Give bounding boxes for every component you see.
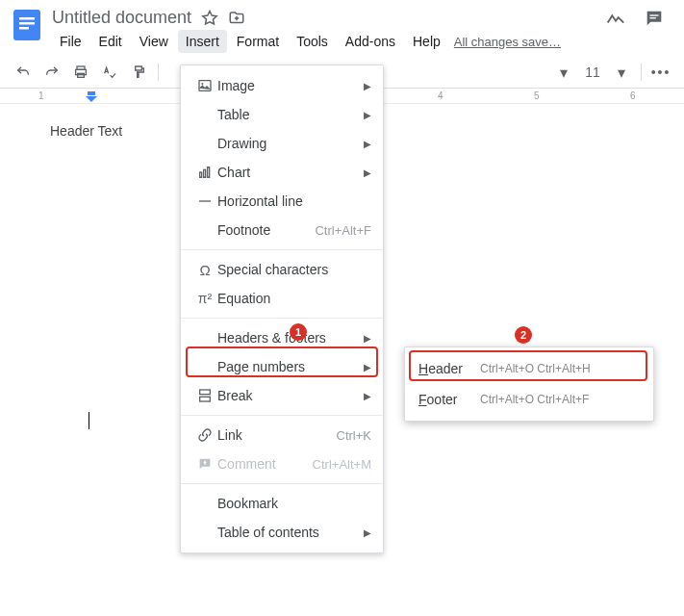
svg-rect-0 xyxy=(13,10,40,40)
svg-rect-1 xyxy=(19,17,35,20)
smi-shortcut: Ctrl+Alt+O Ctrl+Alt+F xyxy=(480,393,589,406)
mi-label: Image xyxy=(217,78,364,93)
menu-edit[interactable]: Edit xyxy=(91,30,130,53)
svg-point-11 xyxy=(201,83,203,85)
mi-toc[interactable]: Table of contents ▶ xyxy=(181,518,383,547)
smi-label: HHeadereader xyxy=(418,361,480,376)
mi-table[interactable]: Table ▶ xyxy=(181,100,383,129)
toolbar-sep xyxy=(641,64,642,81)
menu-separator xyxy=(181,415,383,416)
mi-page-numbers[interactable]: Page numbers ▶ xyxy=(181,352,383,381)
mi-label: Footnote xyxy=(217,222,315,238)
font-size-down-icon[interactable]: ▾ xyxy=(554,63,573,82)
svg-rect-4 xyxy=(649,14,658,15)
doc-title[interactable]: Untitled document xyxy=(52,8,191,28)
image-icon xyxy=(192,78,217,93)
mi-chart[interactable]: Chart ▶ xyxy=(181,158,383,187)
mi-label: Drawing xyxy=(217,136,364,151)
ruler-mark: 4 xyxy=(438,90,443,101)
pi-icon: π² xyxy=(192,291,217,306)
svg-rect-2 xyxy=(19,22,35,25)
mi-label: Bookmark xyxy=(217,496,371,511)
menu-view[interactable]: View xyxy=(132,30,176,53)
spellcheck-icon[interactable] xyxy=(100,63,119,82)
mi-label: Link xyxy=(217,427,337,443)
svg-rect-14 xyxy=(208,167,210,178)
mi-label: Break xyxy=(217,388,364,403)
redo-icon[interactable] xyxy=(42,63,62,82)
menu-help[interactable]: Help xyxy=(405,30,448,53)
menu-file[interactable]: File xyxy=(52,30,89,53)
font-size-value[interactable]: 11 xyxy=(583,64,602,80)
break-icon xyxy=(192,388,217,403)
activity-icon[interactable] xyxy=(605,8,626,29)
mi-comment: Comment Ctrl+Alt+M xyxy=(181,449,383,478)
mi-label: Page numbers xyxy=(217,359,364,374)
svg-rect-15 xyxy=(199,200,211,201)
svg-rect-16 xyxy=(200,390,211,395)
mi-label: Comment xyxy=(217,456,313,472)
chart-icon xyxy=(192,165,217,180)
menu-separator xyxy=(181,483,383,484)
mi-bookmark[interactable]: Bookmark xyxy=(181,489,383,518)
menu-separator xyxy=(181,249,383,250)
ruler-mark: 6 xyxy=(630,90,636,101)
chevron-right-icon: ▶ xyxy=(364,81,371,91)
mi-shortcut: Ctrl+K xyxy=(337,428,371,443)
move-icon[interactable] xyxy=(228,10,245,27)
docs-logo-icon[interactable] xyxy=(10,8,44,42)
mi-footnote[interactable]: Footnote Ctrl+Alt+F xyxy=(181,216,383,244)
menu-tools[interactable]: Tools xyxy=(289,30,336,53)
insert-menu: Image ▶ Table ▶ Drawing ▶ Chart ▶ Horizo… xyxy=(180,64,384,553)
svg-rect-13 xyxy=(204,169,206,177)
mi-equation[interactable]: π² Equation xyxy=(181,284,383,313)
mi-label: Horizontal line xyxy=(217,193,371,209)
ruler-mark: 5 xyxy=(534,90,540,101)
mi-label: Table xyxy=(217,107,364,122)
mi-special[interactable]: Ω Special characters xyxy=(181,255,383,284)
chevron-right-icon: ▶ xyxy=(364,110,371,120)
mi-label: Special characters xyxy=(217,262,371,277)
menu-separator xyxy=(181,318,383,319)
link-icon xyxy=(192,427,217,443)
menu-insert[interactable]: Insert xyxy=(178,30,227,53)
mi-label: Chart xyxy=(217,165,364,180)
menubar: File Edit View Insert Format Tools Add-o… xyxy=(52,30,605,53)
chevron-right-icon: ▶ xyxy=(364,391,371,401)
svg-rect-17 xyxy=(200,397,211,401)
smi-header[interactable]: HHeadereader Ctrl+Alt+O Ctrl+Alt+H xyxy=(405,353,653,384)
mi-drawing[interactable]: Drawing ▶ xyxy=(181,129,383,158)
print-icon[interactable] xyxy=(71,63,90,82)
omega-icon: Ω xyxy=(192,262,217,278)
chevron-right-icon: ▶ xyxy=(364,362,371,372)
mi-headers-footers[interactable]: Headers & footers ▶ xyxy=(181,323,383,352)
comment-icon xyxy=(192,456,217,472)
svg-rect-5 xyxy=(649,17,655,18)
smi-shortcut: Ctrl+Alt+O Ctrl+Alt+H xyxy=(480,362,591,375)
mi-break[interactable]: Break ▶ xyxy=(181,381,383,410)
svg-rect-3 xyxy=(19,27,29,30)
mi-label: Table of contents xyxy=(217,525,364,540)
indent-marker-icon[interactable] xyxy=(85,91,98,103)
ruler-mark: 1 xyxy=(38,90,44,101)
menu-format[interactable]: Format xyxy=(229,30,287,53)
mi-image[interactable]: Image ▶ xyxy=(181,71,383,100)
text-cursor xyxy=(89,412,89,429)
save-status[interactable]: All changes save… xyxy=(454,35,561,49)
paint-format-icon[interactable] xyxy=(129,63,148,82)
star-icon[interactable] xyxy=(201,10,218,27)
hline-icon xyxy=(192,193,217,209)
mi-link[interactable]: Link Ctrl+K xyxy=(181,421,383,449)
more-icon[interactable]: ••• xyxy=(651,63,671,82)
font-size-up-icon[interactable]: ▾ xyxy=(612,63,631,82)
mi-hline[interactable]: Horizontal line xyxy=(181,187,383,216)
toolbar-sep xyxy=(158,64,159,81)
smi-footer[interactable]: FFooterooter Ctrl+Alt+O Ctrl+Alt+F xyxy=(405,384,653,415)
callout-2: 2 xyxy=(515,326,532,344)
svg-rect-8 xyxy=(78,73,85,77)
mi-shortcut: Ctrl+Alt+F xyxy=(315,223,371,238)
menu-addons[interactable]: Add-ons xyxy=(338,30,403,53)
undo-icon[interactable] xyxy=(13,63,33,82)
chevron-right-icon: ▶ xyxy=(364,139,371,149)
comments-icon[interactable] xyxy=(644,8,665,29)
